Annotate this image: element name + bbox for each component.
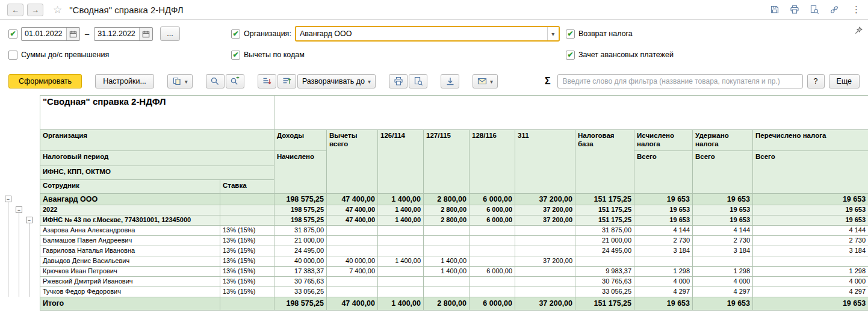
organization-checkbox[interactable]: ✔ xyxy=(231,29,240,39)
collapse-organization-button[interactable]: − xyxy=(5,196,11,202)
expand-groups-button[interactable] xyxy=(277,74,296,88)
col-header-tax-base[interactable]: Налоговая база xyxy=(575,130,634,194)
col-header-rate[interactable]: Ставка xyxy=(220,180,274,194)
col-header-311[interactable]: 311 xyxy=(515,130,575,194)
forward-button[interactable]: → xyxy=(27,4,43,16)
advance-offset-checkbox[interactable]: ✔ xyxy=(566,51,575,60)
report-table-head: "Сводная" справка 2-НДФЛ Организация Дох… xyxy=(40,96,868,194)
table-row[interactable]: Гаврилова Наталья Ивановна13% (15%)24 49… xyxy=(40,246,868,256)
sums-exceed-checkbox[interactable] xyxy=(8,51,17,60)
print-preview-button[interactable] xyxy=(409,74,427,88)
col-header-transferred-total[interactable]: Всего xyxy=(753,151,868,194)
row-value xyxy=(470,226,515,236)
more-menu-icon[interactable]: ⋮ xyxy=(852,4,861,15)
collapse-groups-button[interactable] xyxy=(258,74,276,88)
period-checkbox[interactable]: ✔ xyxy=(8,29,17,39)
col-header-ifns[interactable]: ИФНС, КПП, ОКТМО xyxy=(40,166,274,180)
link-button[interactable] xyxy=(828,4,840,16)
table-row[interactable]: Крючков Иван Петрович13% (15%)17 383,377… xyxy=(40,267,868,277)
date-to-calendar-button[interactable] xyxy=(139,28,152,40)
report-variants-button[interactable]: ▾ xyxy=(167,74,193,88)
save-button[interactable] xyxy=(769,4,781,16)
col-header-tax-period[interactable]: Налоговый период xyxy=(40,151,274,166)
row-value xyxy=(378,267,424,277)
collapse-ifns-button[interactable]: − xyxy=(26,217,33,223)
generate-button[interactable]: Сформировать xyxy=(8,74,82,88)
row-value xyxy=(378,287,424,297)
table-row[interactable]: Давыдов Денис Васильевич13% (15%)40 000,… xyxy=(40,256,868,267)
date-to-input[interactable] xyxy=(95,29,139,38)
date-range-dash: – xyxy=(85,29,89,39)
row-value: 4 144 xyxy=(753,226,868,236)
document-search-icon xyxy=(414,76,423,86)
back-button[interactable]: ← xyxy=(7,4,23,16)
col-header-127[interactable]: 127/115 xyxy=(424,130,470,194)
organization-input[interactable] xyxy=(296,29,547,38)
table-row[interactable]: Тучков Федор Федорович13% (15%)33 056,25… xyxy=(40,287,868,297)
col-header-organization[interactable]: Организация xyxy=(40,130,274,151)
row-value: 19 653 xyxy=(693,297,753,311)
row-value: 1 298 xyxy=(753,267,868,277)
check-icon: ✔ xyxy=(567,51,573,58)
table-row[interactable]: Азарова Анна Александровна13% (15%)31 87… xyxy=(40,226,868,236)
date-from-field xyxy=(21,27,80,41)
date-from-calendar-button[interactable] xyxy=(66,28,79,40)
report-table: "Сводная" справка 2-НДФЛ Организация Дох… xyxy=(40,95,868,311)
col-header-calculated[interactable]: Исчислено налога xyxy=(634,130,693,151)
preview-button[interactable] xyxy=(808,4,820,16)
organization-dropdown-button[interactable]: ▾ xyxy=(547,27,559,40)
settings-button[interactable]: Настройки... xyxy=(95,74,154,88)
table-row[interactable]: Авангард ООО198 575,2547 400,001 400,002… xyxy=(40,194,868,205)
col-header-withheld[interactable]: Удержано налога xyxy=(693,130,753,151)
row-value: 1 400,00 xyxy=(424,267,470,277)
more-actions-button[interactable]: Еще xyxy=(829,74,860,88)
send-email-button[interactable]: ▾ xyxy=(473,74,498,88)
col-header-employee[interactable]: Сотрудник xyxy=(40,180,220,194)
tax-options-group: ✔ Возврат налога ✔ Зачет авансовых плате… xyxy=(566,26,860,63)
table-row[interactable]: 2022198 575,2547 400,001 400,002 800,006… xyxy=(40,205,868,215)
sum-sigma-icon[interactable]: Σ xyxy=(545,76,551,87)
table-row[interactable]: Балмашов Павел Андреевич13% (15%)21 000,… xyxy=(40,236,868,246)
help-button[interactable]: ? xyxy=(807,74,825,88)
period-more-button[interactable]: ... xyxy=(160,26,179,41)
row-value: 1 400,00 xyxy=(378,194,424,205)
row-value: 3 184 xyxy=(634,246,693,256)
print-report-button[interactable] xyxy=(389,74,408,88)
row-value: 151 175,25 xyxy=(575,205,634,215)
row-rate: 13% (15%) xyxy=(220,256,274,267)
tax-refund-checkbox[interactable]: ✔ xyxy=(566,29,575,39)
collapse-year-button[interactable]: − xyxy=(16,206,22,213)
col-header-126[interactable]: 126/114 xyxy=(378,130,424,194)
col-header-accrued[interactable]: Начислено xyxy=(274,151,327,194)
expand-levels-icon xyxy=(282,76,291,86)
date-from-input[interactable] xyxy=(22,29,66,38)
row-label: 2022 xyxy=(40,205,220,215)
quick-filter-input[interactable] xyxy=(557,74,803,88)
chevron-down-icon: ▾ xyxy=(551,31,554,37)
col-header-calculated-total[interactable]: Всего xyxy=(634,151,693,194)
row-value: 33 056,25 xyxy=(575,287,634,297)
col-header-128[interactable]: 128/116 xyxy=(470,130,515,194)
find-next-button[interactable] xyxy=(226,74,244,88)
col-header-income[interactable]: Доходы xyxy=(274,130,327,151)
col-header-withheld-total[interactable]: Всего xyxy=(693,151,753,194)
row-value: 4 297 xyxy=(693,287,753,297)
col-header-deductions[interactable]: Вычеты всего xyxy=(327,130,378,194)
row-value: 9 983,37 xyxy=(575,267,634,277)
table-row[interactable]: Итого198 575,2547 400,001 400,002 800,00… xyxy=(40,297,868,311)
favorite-star-icon[interactable]: ☆ xyxy=(53,4,62,16)
export-button[interactable] xyxy=(441,74,459,88)
expand-to-button[interactable]: Разворачивать до ▾ xyxy=(297,74,376,88)
row-value: 198 575,25 xyxy=(274,205,327,215)
print-button[interactable] xyxy=(789,4,801,16)
row-value xyxy=(327,277,378,287)
row-value xyxy=(327,287,378,297)
table-row[interactable]: Ржевский Дмитрий Иванович13% (15%)30 765… xyxy=(40,277,868,287)
table-row[interactable]: ИФНС № 43 по г.Москве, 774301001, 123450… xyxy=(40,215,868,226)
pin-icon[interactable] xyxy=(854,26,863,35)
row-rate xyxy=(220,215,274,226)
col-header-transferred[interactable]: Перечислено налога xyxy=(753,130,868,151)
row-value: 37 200,00 xyxy=(515,194,575,205)
deduction-codes-checkbox[interactable]: ✔ xyxy=(231,51,240,60)
find-button[interactable] xyxy=(206,74,225,88)
